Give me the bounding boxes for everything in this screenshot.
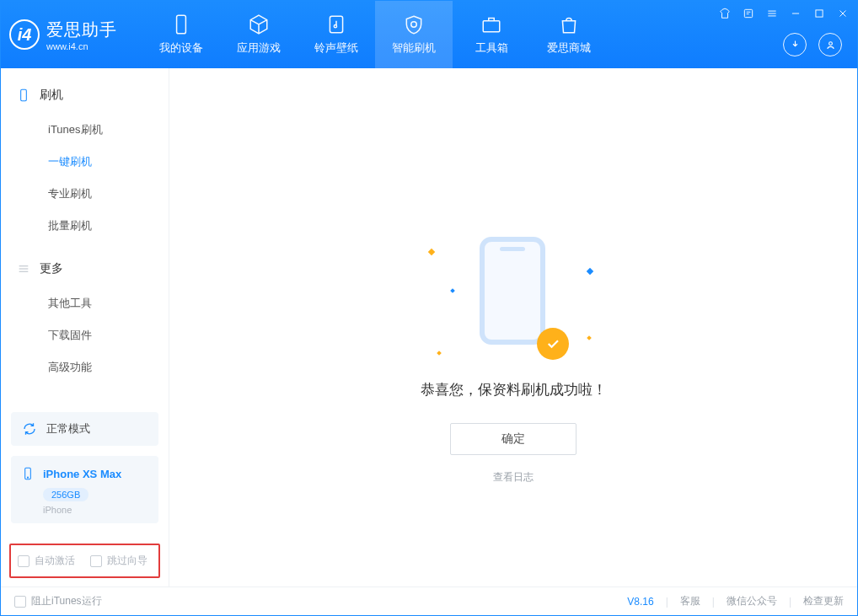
sparkle-icon bbox=[587, 335, 592, 340]
sidebar-head-flash: 刷机 bbox=[1, 77, 169, 114]
device-type: iPhone bbox=[43, 505, 148, 515]
header-right bbox=[783, 33, 842, 56]
sidebar-item-label: 下载固件 bbox=[48, 328, 92, 343]
svg-rect-4 bbox=[744, 9, 752, 17]
options-box: 自动激活 跳过向导 bbox=[9, 544, 160, 578]
tab-ringtone[interactable]: 铃声壁纸 bbox=[298, 1, 375, 68]
main-content: 恭喜您，保资料刷机成功啦！ 确定 查看日志 bbox=[169, 68, 857, 587]
check-badge-icon bbox=[537, 328, 569, 360]
block-itunes-checkbox[interactable]: 阻止iTunes运行 bbox=[14, 594, 102, 608]
skip-guide-checkbox[interactable]: 跳过向导 bbox=[90, 554, 147, 568]
tab-label: 爱思商城 bbox=[547, 40, 591, 56]
sidebar-item-firmware[interactable]: 下载固件 bbox=[1, 319, 169, 351]
tab-label: 铃声壁纸 bbox=[314, 40, 358, 56]
phone-icon bbox=[16, 88, 31, 103]
sync-icon bbox=[21, 420, 38, 437]
feedback-icon[interactable] bbox=[741, 6, 756, 21]
sparkle-icon bbox=[450, 288, 455, 293]
svg-rect-3 bbox=[483, 21, 500, 32]
tab-store[interactable]: 爱思商城 bbox=[530, 1, 608, 68]
sidebar-head-more: 更多 bbox=[1, 250, 169, 287]
svg-rect-5 bbox=[816, 10, 823, 17]
sidebar-item-label: 批量刷机 bbox=[48, 218, 92, 233]
svg-rect-0 bbox=[177, 15, 186, 34]
svg-point-9 bbox=[27, 477, 28, 478]
logo-icon: i4 bbox=[9, 19, 40, 50]
sidebar-item-label: 专业刷机 bbox=[48, 186, 92, 201]
close-icon[interactable] bbox=[835, 6, 850, 21]
tab-label: 智能刷机 bbox=[392, 40, 436, 56]
cube-icon bbox=[248, 13, 270, 35]
separator: | bbox=[666, 596, 668, 608]
device-icon bbox=[170, 13, 192, 35]
auto-activate-checkbox[interactable]: 自动激活 bbox=[18, 554, 75, 568]
tab-label: 我的设备 bbox=[159, 40, 203, 56]
option-label: 阻止iTunes运行 bbox=[31, 594, 102, 608]
sidebar-item-itunes[interactable]: iTunes刷机 bbox=[1, 114, 169, 146]
refresh-shield-icon bbox=[403, 13, 425, 35]
sidebar-item-label: 高级功能 bbox=[48, 360, 92, 375]
sidebar-item-pro[interactable]: 专业刷机 bbox=[1, 178, 169, 210]
customer-service-link[interactable]: 客服 bbox=[680, 594, 700, 608]
checkbox-icon bbox=[90, 555, 102, 567]
separator: | bbox=[712, 596, 715, 608]
bag-icon bbox=[558, 13, 580, 35]
tab-label: 应用游戏 bbox=[237, 40, 281, 56]
separator: | bbox=[789, 596, 791, 608]
check-update-link[interactable]: 检查更新 bbox=[803, 594, 844, 608]
mode-label: 正常模式 bbox=[46, 421, 90, 437]
sparkle-icon bbox=[428, 249, 435, 255]
success-illustration bbox=[463, 237, 564, 355]
sidebar-head-label: 更多 bbox=[40, 261, 63, 276]
window-controls bbox=[717, 6, 850, 21]
briefcase-icon bbox=[480, 13, 502, 35]
success-message: 恭喜您，保资料刷机成功啦！ bbox=[421, 380, 607, 399]
ok-button[interactable]: 确定 bbox=[450, 423, 576, 455]
sidebar-item-tools[interactable]: 其他工具 bbox=[1, 287, 169, 319]
svg-point-6 bbox=[829, 41, 832, 45]
checkbox-icon bbox=[18, 555, 29, 567]
mode-card[interactable]: 正常模式 bbox=[11, 412, 158, 446]
phone-graphic bbox=[480, 237, 545, 345]
list-icon bbox=[16, 261, 31, 276]
sidebar-item-onekey[interactable]: 一键刷机 bbox=[1, 146, 169, 178]
sidebar-item-batch[interactable]: 批量刷机 bbox=[1, 210, 169, 242]
main-tabs: 我的设备 应用游戏 铃声壁纸 智能刷机 工具箱 爱思商城 bbox=[142, 1, 608, 68]
option-label: 跳过向导 bbox=[107, 554, 147, 568]
wechat-link[interactable]: 微信公众号 bbox=[727, 594, 777, 608]
tab-apps[interactable]: 应用游戏 bbox=[220, 1, 298, 68]
checkbox-icon bbox=[14, 596, 26, 608]
view-log-link[interactable]: 查看日志 bbox=[493, 470, 534, 485]
tab-my-device[interactable]: 我的设备 bbox=[142, 1, 220, 68]
option-label: 自动激活 bbox=[35, 554, 75, 568]
sidebar-item-label: iTunes刷机 bbox=[48, 122, 103, 137]
phone-icon bbox=[21, 464, 35, 483]
menu-icon[interactable] bbox=[764, 6, 780, 21]
version-label: V8.16 bbox=[627, 596, 653, 608]
footer: 阻止iTunes运行 V8.16 | 客服 | 微信公众号 | 检查更新 bbox=[1, 587, 857, 615]
capacity-badge: 256GB bbox=[43, 488, 88, 501]
tab-toolbox[interactable]: 工具箱 bbox=[453, 1, 530, 68]
device-name: iPhone XS Max bbox=[43, 468, 121, 480]
device-card[interactable]: iPhone XS Max 256GB iPhone bbox=[11, 456, 158, 523]
app-title: 爱思助手 bbox=[46, 19, 117, 41]
sidebar-item-advanced[interactable]: 高级功能 bbox=[1, 351, 169, 383]
download-icon[interactable] bbox=[783, 33, 807, 56]
sidebar-item-label: 一键刷机 bbox=[48, 154, 92, 169]
header: i4 爱思助手 www.i4.cn 我的设备 应用游戏 铃声壁纸 智能刷机 工具… bbox=[1, 1, 857, 68]
svg-point-2 bbox=[334, 25, 336, 28]
sparkle-icon bbox=[437, 351, 442, 356]
app-site: www.i4.cn bbox=[46, 41, 117, 51]
maximize-icon[interactable] bbox=[812, 6, 827, 21]
user-icon[interactable] bbox=[818, 33, 842, 56]
tab-flash[interactable]: 智能刷机 bbox=[375, 1, 453, 68]
sidebar: 刷机 iTunes刷机 一键刷机 专业刷机 批量刷机 更多 其他工具 下载固件 … bbox=[1, 68, 169, 587]
minimize-icon[interactable] bbox=[788, 6, 803, 21]
music-icon bbox=[325, 13, 347, 35]
logo[interactable]: i4 爱思助手 www.i4.cn bbox=[9, 19, 117, 51]
tab-label: 工具箱 bbox=[475, 40, 508, 56]
sidebar-head-label: 刷机 bbox=[40, 88, 63, 103]
sparkle-icon bbox=[587, 268, 593, 275]
svg-rect-7 bbox=[21, 89, 27, 100]
skin-icon[interactable] bbox=[717, 6, 732, 21]
